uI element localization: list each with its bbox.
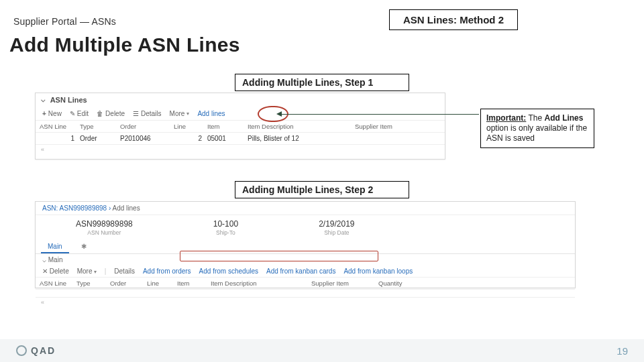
add-from-orders-link[interactable]: Add from orders <box>143 267 191 275</box>
col: Order <box>110 280 147 287</box>
qad-logo: QAD <box>16 345 56 356</box>
pager: « <box>36 144 445 154</box>
breadcrumb-current: Add lines <box>113 204 140 212</box>
col: Item <box>177 280 211 287</box>
table-row[interactable]: 1 Order P2010046 2 05001 Pills, Blister … <box>36 132 445 144</box>
info-ship-to: 10-100 Ship-To <box>213 219 238 236</box>
callout-bold: Add Lines <box>544 113 583 123</box>
add-lines-toolbar: ✕ Delete More | Details Add from orders … <box>36 265 575 277</box>
cell: 05001 <box>207 135 248 142</box>
toolbar-divider: | <box>105 267 107 275</box>
add-from-kanban-cards-link[interactable]: Add from kanban cards <box>266 267 335 275</box>
col-item: Item <box>207 123 248 130</box>
add-lines-link[interactable]: Add lines <box>197 110 225 117</box>
col-item-desc: Item Description <box>248 123 355 130</box>
tab-settings-icon[interactable]: ✱ <box>74 241 93 253</box>
col-order: Order <box>120 123 174 130</box>
method-badge: ASN Lines: Method 2 <box>389 9 518 30</box>
col-line: Line <box>174 123 207 130</box>
info-ship-date: 2/19/2019 Ship Date <box>319 219 354 236</box>
slide-footer: QAD 19 <box>0 339 644 362</box>
cell: 2 <box>174 135 207 142</box>
info-asn-number: ASN998989898 ASN Number <box>76 219 133 236</box>
details-button-2[interactable]: Details <box>114 267 135 275</box>
collapse-caret-icon: ⌵ <box>42 256 46 263</box>
details-button[interactable]: ☰Details <box>133 110 162 117</box>
cell: Pills, Blister of 12 <box>248 135 355 142</box>
asn-lines-toolbar: +New ✎Edit 🗑Delete ☰Details More Add lin… <box>36 107 445 120</box>
cell: Order <box>80 135 120 142</box>
col-supplier-item: Supplier Item <box>355 123 415 130</box>
col-asn-line: ASN Line <box>40 123 80 130</box>
header-info-row: ASN998989898 ASN Number 10-100 Ship-To 2… <box>36 215 575 240</box>
important-callout: Important: The Add Lines option is only … <box>480 109 594 148</box>
asn-number-value: ASN998989898 <box>76 219 133 229</box>
ship-to-value: 10-100 <box>213 219 238 229</box>
trash-icon: 🗑 <box>97 110 103 117</box>
col: Type <box>76 280 110 287</box>
new-button[interactable]: +New <box>42 110 62 117</box>
panel-title: ⌵ ASN Lines <box>36 93 445 107</box>
globe-icon <box>16 345 27 356</box>
ship-to-label: Ship-To <box>213 229 238 236</box>
breadcrumb-asn-link[interactable]: ASN: ASN998989898 <box>42 204 107 212</box>
pager-2: « <box>36 297 575 307</box>
add-from-kanban-loops-link[interactable]: Add from kanban loops <box>343 267 413 275</box>
add-from-schedules-link[interactable]: Add from schedules <box>199 267 258 275</box>
annotation-arrow-head <box>276 111 282 117</box>
callout-text-b: option is only available if the ASN is s… <box>486 123 587 143</box>
more-menu[interactable]: More <box>170 110 190 117</box>
col: Supplier Item <box>311 280 378 287</box>
section-main-label: Main <box>48 256 63 263</box>
cell: P2010046 <box>120 135 174 142</box>
breadcrumb: Supplier Portal — ASNs <box>13 16 116 27</box>
add-lines-screenshot: ASN: ASN998989898 › Add lines ASN9989898… <box>35 201 576 288</box>
col: ASN Line <box>40 280 76 287</box>
collapse-caret-icon: ⌵ <box>41 95 46 104</box>
plus-icon: + <box>42 110 46 117</box>
page-number: 19 <box>616 345 628 357</box>
tab-bar: Main ✱ <box>36 241 575 254</box>
edit-button[interactable]: ✎Edit <box>70 110 89 117</box>
step-2-label: Adding Multiple Lines, Step 2 <box>235 181 409 198</box>
panel-title-text: ASN Lines <box>50 96 87 104</box>
col: Quantity <box>378 280 425 287</box>
ship-date-value: 2/19/2019 <box>319 219 354 229</box>
x-icon: ✕ <box>42 267 50 275</box>
cell: 1 <box>40 135 80 142</box>
logo-text: QAD <box>31 345 56 356</box>
table-header: ASN Line Type Order Line Item Item Descr… <box>36 120 445 132</box>
section-main: ⌵ Main <box>36 254 575 265</box>
breadcrumb-2: ASN: ASN998989898 › Add lines <box>36 202 575 215</box>
tab-main[interactable]: Main <box>41 241 69 253</box>
asn-lines-panel-screenshot: ⌵ ASN Lines +New ✎Edit 🗑Delete ☰Details … <box>35 93 445 160</box>
cell <box>355 135 415 142</box>
list-icon: ☰ <box>133 110 139 117</box>
col: Line <box>147 280 177 287</box>
col-type: Type <box>80 123 120 130</box>
asn-number-label: ASN Number <box>76 229 133 236</box>
callout-text-a: The <box>526 113 544 123</box>
table-header-2: ASN Line Type Order Line Item Item Descr… <box>36 277 575 289</box>
page-title: Add Multiple ASN Lines <box>9 34 240 56</box>
table-row-empty <box>36 289 575 297</box>
delete-button-2[interactable]: ✕ Delete <box>42 267 69 275</box>
pencil-icon: ✎ <box>70 110 75 117</box>
step-1-label: Adding Multiple Lines, Step 1 <box>235 74 409 91</box>
ship-date-label: Ship Date <box>319 229 354 236</box>
col: Item Description <box>211 280 311 287</box>
delete-button[interactable]: 🗑Delete <box>97 110 125 117</box>
important-label: Important: <box>486 113 526 123</box>
more-menu-2[interactable]: More <box>77 267 97 275</box>
